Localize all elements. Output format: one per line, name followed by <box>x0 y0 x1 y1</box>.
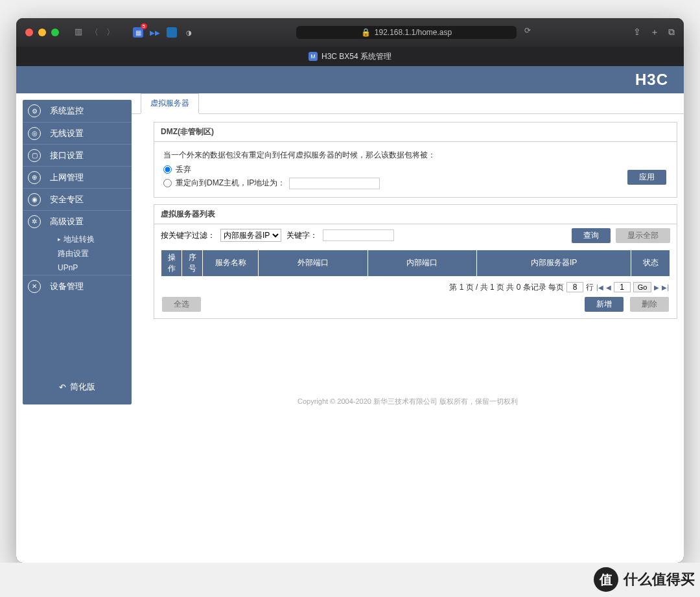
go-button[interactable]: Go <box>633 282 652 292</box>
forward-icon[interactable]: 〉 <box>106 27 115 38</box>
tools-icon: ✕ <box>28 280 41 293</box>
brand-logo: H3C <box>635 71 668 89</box>
share-icon[interactable]: ⇪ <box>633 27 641 38</box>
col-name: 服务名称 <box>203 250 259 276</box>
address-bar[interactable]: 🔒 192.168.1.1/home.asp <box>296 26 517 39</box>
gear-icon: ✲ <box>28 215 41 228</box>
sidebar-item-label: 接口设置 <box>50 150 84 161</box>
lock-nav-icon: ◉ <box>28 193 41 206</box>
title-bar: ▥ 〈 〉 ▦ ▶▶ ◑ 🔒 192.168.1.1/home.asp ⟳ ⇪ … <box>16 18 684 47</box>
maximize-window-icon[interactable] <box>51 29 59 36</box>
sidebar-sub-upnp[interactable]: UPnP <box>58 261 132 275</box>
shield-icon[interactable]: ◑ <box>183 27 194 38</box>
dmz-discard-label: 丢弃 <box>176 163 191 177</box>
content-tabstrip: 虚拟服务器 <box>132 93 684 114</box>
col-intip: 内部服务器IP <box>477 250 631 276</box>
vserver-table: 操作 序号 服务名称 外部端口 内部端口 内部服务器IP 状态 <box>161 250 670 277</box>
extension-play-icon[interactable]: ▶▶ <box>150 27 160 38</box>
col-status: 状态 <box>631 250 670 276</box>
extension-icon[interactable]: ▦ <box>133 27 143 38</box>
tab-virtual-server[interactable]: 虚拟服务器 <box>141 93 199 114</box>
new-tab-icon[interactable]: ＋ <box>650 27 659 38</box>
sidebar-subitems: 地址转换 路由设置 UPnP <box>23 232 132 275</box>
sidebar-item-advanced[interactable]: ✲高级设置 <box>23 210 132 232</box>
dmz-redirect-label: 重定向到DMZ主机，IP地址为： <box>176 176 285 191</box>
sidebar-item-wireless[interactable]: ◎无线设置 <box>23 122 132 144</box>
footer-copyright: Copyright © 2004-2020 新华三技术有限公司 版权所有，保留一… <box>132 325 684 406</box>
return-icon: ↶ <box>59 382 66 392</box>
monitor-icon: ⚙ <box>28 104 41 117</box>
col-extport: 外部端口 <box>259 250 368 276</box>
globe-icon: ⊕ <box>28 171 41 184</box>
vserver-panel: 虚拟服务器列表 按关键字过滤： 内部服务器IP 关键字： 查询 显示全部 <box>154 204 677 319</box>
tabs-overview-icon[interactable]: ⧉ <box>668 27 675 38</box>
sidebar-item-monitor[interactable]: ⚙系统监控 <box>23 100 132 122</box>
page-size-input[interactable] <box>566 282 583 292</box>
sidebar-toggle-icon[interactable]: ▥ <box>75 27 82 38</box>
dmz-redirect-radio[interactable] <box>163 179 172 187</box>
page-info: 第 1 页 / 共 1 页 共 0 条记录 每页 <box>449 282 564 293</box>
back-icon[interactable]: 〈 <box>90 27 99 38</box>
add-button[interactable]: 新增 <box>585 297 624 312</box>
dmz-desc: 当一个外来的数据包没有重定向到任何虚拟服务器的时候，那么该数据包将被： <box>163 148 668 163</box>
sidebar-item-interface[interactable]: ▢接口设置 <box>23 144 132 166</box>
sidebar-item-label: 无线设置 <box>50 128 84 139</box>
dmz-ip-input[interactable] <box>289 178 380 189</box>
delete-button[interactable]: 删除 <box>630 297 669 312</box>
col-op: 操作 <box>161 250 182 276</box>
close-window-icon[interactable] <box>25 29 33 36</box>
apply-button[interactable]: 应用 <box>627 170 666 185</box>
sidebar: ⚙系统监控 ◎无线设置 ▢接口设置 ⊕上网管理 ◉安全专区 ✲高级设置 地址转换… <box>23 100 132 404</box>
sidebar-item-internet[interactable]: ⊕上网管理 <box>23 166 132 188</box>
next-page-icon[interactable]: ▶ <box>654 284 659 291</box>
prev-page-icon[interactable]: ◀ <box>606 284 611 291</box>
sidebar-item-label: 高级设置 <box>50 216 84 228</box>
brand-bar: H3C <box>16 66 684 93</box>
page-unit: 行 <box>586 282 594 293</box>
sidebar-item-label: 上网管理 <box>50 172 84 183</box>
query-button[interactable]: 查询 <box>572 228 611 243</box>
sidebar-item-label: 设备管理 <box>50 281 84 292</box>
sidebar-item-label: 系统监控 <box>50 105 84 117</box>
page-num-input[interactable] <box>614 282 631 292</box>
interface-icon: ▢ <box>28 149 41 162</box>
dmz-discard-radio[interactable] <box>163 165 172 174</box>
dmz-title: DMZ(非管制区) <box>154 123 677 142</box>
lock-icon: 🔒 <box>361 28 371 37</box>
keyword-input[interactable] <box>323 229 394 241</box>
wireless-icon: ◎ <box>28 127 41 140</box>
filter-label: 按关键字过滤： <box>161 230 215 241</box>
browser-tab-title: H3C BX54 系统管理 <box>321 51 391 62</box>
browser-window: ▥ 〈 〉 ▦ ▶▶ ◑ 🔒 192.168.1.1/home.asp ⟳ ⇪ … <box>16 18 684 563</box>
filter-select[interactable]: 内部服务器IP <box>220 229 281 242</box>
traffic-lights <box>25 29 59 36</box>
favicon-icon: M <box>309 52 318 61</box>
extension-cat-icon[interactable] <box>167 27 177 38</box>
sidebar-sub-nat[interactable]: 地址转换 <box>58 232 132 246</box>
keyword-label: 关键字： <box>286 230 318 241</box>
col-intport: 内部端口 <box>368 250 477 276</box>
address-url: 192.168.1.1/home.asp <box>375 28 452 37</box>
sidebar-item-label: 安全专区 <box>50 194 84 205</box>
simple-mode-button[interactable]: ↶ 简化版 <box>23 381 132 393</box>
sidebar-item-device[interactable]: ✕设备管理 <box>23 275 132 297</box>
browser-tab[interactable]: M H3C BX54 系统管理 <box>16 47 684 66</box>
sidebar-item-security[interactable]: ◉安全专区 <box>23 188 132 210</box>
first-page-icon[interactable]: |◀ <box>596 284 603 291</box>
pager: 第 1 页 / 共 1 页 共 0 条记录 每页 行 |◀ ◀ Go ▶ ▶| <box>154 281 677 294</box>
vserver-title: 虚拟服务器列表 <box>154 205 677 224</box>
show-all-button[interactable]: 显示全部 <box>616 228 670 243</box>
select-all-button[interactable]: 全选 <box>162 297 201 312</box>
col-index: 序号 <box>182 250 203 276</box>
sidebar-sub-routing[interactable]: 路由设置 <box>58 246 132 261</box>
reload-icon[interactable]: ⟳ <box>524 26 531 39</box>
last-page-icon[interactable]: ▶| <box>662 284 669 291</box>
minimize-window-icon[interactable] <box>38 29 46 36</box>
dmz-panel: DMZ(非管制区) 当一个外来的数据包没有重定向到任何虚拟服务器的时候，那么该数… <box>154 122 677 198</box>
